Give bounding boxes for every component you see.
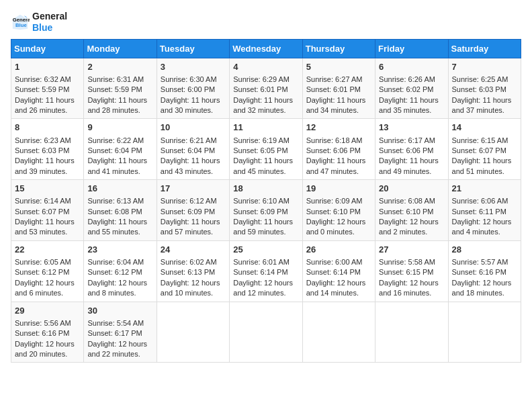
day-number: 3 <box>161 61 226 73</box>
day-info: Sunset: 6:04 PM <box>161 146 226 156</box>
calendar-cell: 4Sunrise: 6:29 AMSunset: 6:01 PMDaylight… <box>230 58 302 119</box>
day-info: Sunrise: 5:56 AM <box>15 318 80 328</box>
day-info: Sunset: 6:05 PM <box>233 146 298 156</box>
day-info: and 37 minutes. <box>452 105 517 116</box>
day-info: Sunset: 6:02 PM <box>379 85 444 95</box>
day-info: Sunrise: 5:57 AM <box>452 257 517 267</box>
day-number: 5 <box>306 61 371 73</box>
day-number: 13 <box>379 122 444 134</box>
day-info: Sunset: 6:09 PM <box>233 207 298 217</box>
header-cell-tuesday: Tuesday <box>157 39 229 58</box>
day-info: Sunset: 6:01 PM <box>233 85 298 95</box>
day-info: and 18 minutes. <box>452 288 517 298</box>
day-info: Daylight: 11 hours <box>15 95 80 105</box>
day-info: and 20 minutes. <box>15 349 80 359</box>
day-info: and 41 minutes. <box>87 167 152 177</box>
day-info: and 0 minutes. <box>306 227 371 237</box>
day-info: Daylight: 12 hours <box>87 339 152 349</box>
day-info: Sunset: 6:03 PM <box>452 85 517 95</box>
day-info: Sunrise: 6:21 AM <box>161 136 226 146</box>
day-info: Daylight: 11 hours <box>233 217 298 227</box>
header-cell-monday: Monday <box>84 39 157 58</box>
calendar-cell <box>375 302 448 363</box>
day-info: Daylight: 12 hours <box>233 278 298 288</box>
day-info: Daylight: 11 hours <box>87 156 152 166</box>
day-info: Sunrise: 6:27 AM <box>306 75 371 85</box>
day-info: Daylight: 11 hours <box>379 156 444 166</box>
day-number: 4 <box>233 61 298 73</box>
day-info: Sunrise: 5:54 AM <box>87 318 152 328</box>
day-number: 11 <box>233 122 298 134</box>
day-info: Sunrise: 6:30 AM <box>161 75 226 85</box>
day-info: and 57 minutes. <box>161 227 226 237</box>
day-info: Sunrise: 6:19 AM <box>233 136 298 146</box>
day-info: Daylight: 11 hours <box>161 156 226 166</box>
day-info: Sunrise: 6:08 AM <box>379 196 444 206</box>
calendar-cell <box>157 302 229 363</box>
day-info: Sunrise: 6:23 AM <box>15 136 80 146</box>
day-info: Daylight: 11 hours <box>161 95 226 105</box>
day-info: Daylight: 11 hours <box>306 156 371 166</box>
day-number: 20 <box>379 183 444 195</box>
day-info: Sunset: 6:10 PM <box>379 207 444 217</box>
day-info: Daylight: 12 hours <box>379 217 444 227</box>
day-info: Sunrise: 6:31 AM <box>87 75 152 85</box>
day-info: Sunset: 6:15 PM <box>379 267 444 277</box>
day-number: 25 <box>233 244 298 256</box>
day-info: Sunset: 6:16 PM <box>15 328 80 338</box>
day-info: and 51 minutes. <box>452 167 517 177</box>
calendar-header: SundayMondayTuesdayWednesdayThursdayFrid… <box>11 39 521 58</box>
calendar-cell: 28Sunrise: 5:57 AMSunset: 6:16 PMDayligh… <box>448 240 521 302</box>
day-info: and 16 minutes. <box>379 288 444 298</box>
day-info: Sunrise: 6:04 AM <box>87 257 152 267</box>
day-info: and 2 minutes. <box>379 227 444 237</box>
day-info: Sunset: 6:07 PM <box>452 146 517 156</box>
day-info: Sunset: 6:12 PM <box>15 267 80 277</box>
day-info: Sunrise: 6:29 AM <box>233 75 298 85</box>
day-info: Daylight: 11 hours <box>233 156 298 166</box>
day-info: Daylight: 12 hours <box>306 278 371 288</box>
day-info: Sunrise: 6:09 AM <box>306 196 371 206</box>
day-info: and 14 minutes. <box>306 288 371 298</box>
day-info: Sunset: 6:04 PM <box>87 146 152 156</box>
day-number: 2 <box>87 61 152 73</box>
day-info: Sunrise: 6:25 AM <box>452 75 517 85</box>
calendar-cell: 11Sunrise: 6:19 AMSunset: 6:05 PMDayligh… <box>230 119 302 180</box>
day-info: Sunrise: 6:32 AM <box>15 75 80 85</box>
day-info: Daylight: 12 hours <box>306 217 371 227</box>
day-info: Sunrise: 6:15 AM <box>452 136 517 146</box>
day-info: Daylight: 11 hours <box>15 217 80 227</box>
day-info: Sunset: 6:11 PM <box>452 207 517 217</box>
day-info: Sunrise: 6:01 AM <box>233 257 298 267</box>
calendar-cell: 22Sunrise: 6:05 AMSunset: 6:12 PMDayligh… <box>11 240 84 302</box>
day-number: 16 <box>87 183 152 195</box>
page-header: General Blue General Blue <box>11 11 521 34</box>
day-number: 9 <box>87 122 152 134</box>
header-cell-saturday: Saturday <box>448 39 521 58</box>
day-info: Sunrise: 6:05 AM <box>15 257 80 267</box>
calendar-cell: 16Sunrise: 6:13 AMSunset: 6:08 PMDayligh… <box>84 180 157 241</box>
calendar-cell: 3Sunrise: 6:30 AMSunset: 6:00 PMDaylight… <box>157 58 229 119</box>
header-cell-friday: Friday <box>375 39 448 58</box>
day-number: 21 <box>452 183 517 195</box>
calendar-cell <box>448 302 521 363</box>
calendar-cell: 12Sunrise: 6:18 AMSunset: 6:06 PMDayligh… <box>302 119 375 180</box>
day-number: 17 <box>161 183 226 195</box>
calendar-week-2: 8Sunrise: 6:23 AMSunset: 6:03 PMDaylight… <box>11 119 521 180</box>
calendar-week-5: 29Sunrise: 5:56 AMSunset: 6:16 PMDayligh… <box>11 302 521 363</box>
day-info: and 53 minutes. <box>15 227 80 237</box>
day-info: Daylight: 11 hours <box>379 95 444 105</box>
day-number: 28 <box>452 244 517 256</box>
day-info: Sunset: 6:14 PM <box>233 267 298 277</box>
day-info: Sunset: 6:14 PM <box>306 267 371 277</box>
day-info: Daylight: 11 hours <box>233 95 298 105</box>
day-info: Daylight: 11 hours <box>306 95 371 105</box>
day-info: Sunrise: 6:00 AM <box>306 257 371 267</box>
day-info: and 12 minutes. <box>233 288 298 298</box>
logo-text-general: General <box>32 11 67 22</box>
day-info: Sunset: 6:17 PM <box>87 328 152 338</box>
calendar-cell <box>302 302 375 363</box>
day-info: and 32 minutes. <box>233 105 298 116</box>
day-info: Sunrise: 6:10 AM <box>233 196 298 206</box>
day-number: 1 <box>15 61 80 73</box>
